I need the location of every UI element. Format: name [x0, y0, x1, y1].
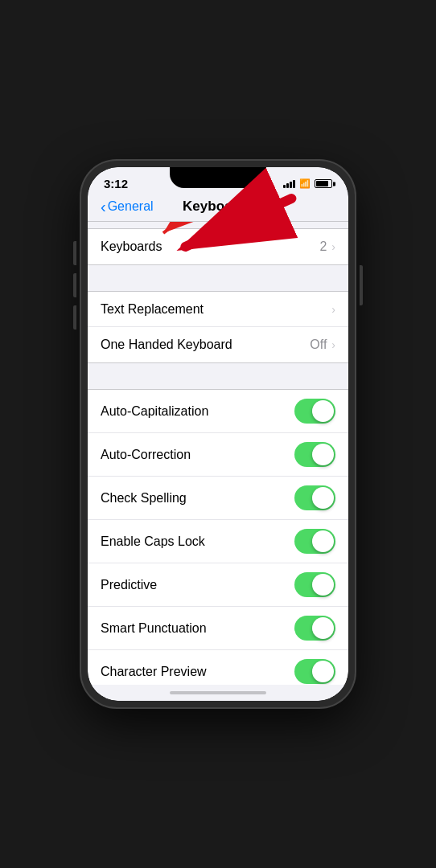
one-handed-keyboard-row[interactable]: One Handed Keyboard Off › [88, 327, 348, 362]
section-gap-top [88, 222, 348, 228]
back-button[interactable]: ‹ General [101, 198, 154, 216]
keyboards-right: 2 › [319, 240, 335, 254]
auto-capitalization-row[interactable]: Auto-Capitalization [88, 390, 348, 433]
wifi-icon: 📶 [299, 178, 311, 189]
screen: 3:12 📶 ‹ [88, 167, 348, 701]
character-preview-label: Character Preview [101, 665, 207, 679]
enable-caps-lock-label: Enable Caps Lock [101, 534, 205, 549]
text-replacement-row[interactable]: Text Replacement › [88, 292, 348, 327]
status-time: 3:12 [104, 177, 128, 190]
check-spelling-toggle[interactable] [294, 485, 335, 510]
predictive-row[interactable]: Predictive [88, 563, 348, 607]
smart-punctuation-toggle[interactable] [294, 616, 335, 641]
toggle-knob [312, 530, 334, 552]
home-bar [170, 691, 266, 694]
toggle-knob [312, 487, 334, 509]
smart-punctuation-label: Smart Punctuation [101, 621, 207, 636]
toggle-knob [312, 661, 334, 682]
toggle-knob [312, 574, 334, 596]
chevron-right-icon: › [331, 303, 335, 316]
check-spelling-label: Check Spelling [101, 491, 187, 506]
chevron-right-icon: › [331, 338, 335, 351]
one-handed-value: Off [310, 338, 327, 352]
notch [170, 167, 266, 188]
toggle-knob [312, 444, 334, 465]
auto-correction-label: Auto-Correction [101, 448, 191, 462]
section-gap-2 [88, 363, 348, 389]
character-preview-row[interactable]: Character Preview [88, 650, 348, 685]
auto-capitalization-toggle[interactable] [294, 399, 335, 424]
content-area[interactable]: Keyboards 2 › [88, 222, 348, 685]
text-replacement-label: Text Replacement [101, 302, 204, 317]
keyboards-section: Keyboards 2 › [88, 228, 348, 265]
back-label: General [108, 199, 154, 214]
text-section: Text Replacement › One Handed Keyboard O… [88, 291, 348, 363]
keyboards-count: 2 [319, 240, 327, 254]
enable-caps-lock-toggle[interactable] [294, 529, 335, 554]
auto-correction-row[interactable]: Auto-Correction [88, 433, 348, 477]
home-indicator [88, 685, 348, 701]
section-gap-1 [88, 265, 348, 291]
signal-icon [283, 180, 295, 188]
phone-inner: 3:12 📶 ‹ [88, 167, 348, 701]
smart-punctuation-row[interactable]: Smart Punctuation [88, 607, 348, 650]
toggle-knob [312, 400, 334, 422]
character-preview-toggle[interactable] [294, 659, 335, 684]
auto-correction-toggle[interactable] [294, 442, 335, 467]
chevron-right-icon: › [331, 240, 335, 253]
keyboards-row[interactable]: Keyboards 2 › [88, 229, 348, 264]
toggles-section: Auto-Capitalization Auto-Correction Chec… [88, 389, 348, 685]
toggle-knob [312, 617, 334, 639]
nav-bar: ‹ General Keyboards [88, 194, 348, 222]
keyboards-label: Keyboards [101, 240, 162, 254]
battery-fill [316, 181, 328, 186]
one-handed-keyboard-label: One Handed Keyboard [101, 338, 232, 352]
predictive-toggle[interactable] [294, 572, 335, 597]
status-icons: 📶 [283, 178, 332, 189]
chevron-left-icon: ‹ [101, 198, 106, 216]
auto-capitalization-label: Auto-Capitalization [101, 404, 208, 419]
phone-frame: 3:12 📶 ‹ [81, 161, 355, 707]
enable-caps-lock-row[interactable]: Enable Caps Lock [88, 520, 348, 563]
page-title: Keyboards [183, 199, 253, 215]
one-handed-keyboard-right: Off › [310, 338, 335, 352]
check-spelling-row[interactable]: Check Spelling [88, 477, 348, 520]
predictive-label: Predictive [101, 578, 157, 592]
text-replacement-right: › [331, 303, 335, 316]
battery-icon [315, 179, 332, 188]
